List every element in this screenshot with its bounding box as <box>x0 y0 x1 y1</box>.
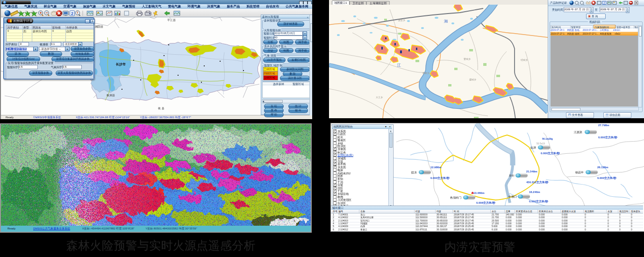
svg-text:0.000立方米/秒: 0.000立方米/秒 <box>597 176 617 180</box>
svg-text:26.126m: 26.126m <box>597 166 608 169</box>
svg-text:霞城乡: 霞城乡 <box>469 78 476 81</box>
svg-text:0.000立方米/秒: 0.000立方米/秒 <box>541 151 560 155</box>
svg-text:临津: 临津 <box>530 146 536 150</box>
svg-text:株洲县: 株洲县 <box>106 94 115 97</box>
svg-text:56.1m29g: 56.1m29g <box>542 137 553 140</box>
svg-text:江: 江 <box>397 63 401 67</box>
svg-text:0.000立方米/秒: 0.000立方米/秒 <box>430 176 450 180</box>
svg-text:?: ? <box>77 11 79 14</box>
svg-text:株树乡: 株树乡 <box>422 71 429 74</box>
svg-text:雷城乡: 雷城乡 <box>464 57 471 60</box>
svg-text:湘阴县: 湘阴县 <box>95 25 103 29</box>
svg-text:申柳口: 申柳口 <box>508 195 517 199</box>
svg-text:平江县: 平江县 <box>167 18 176 21</box>
svg-text:湘: 湘 <box>444 19 448 23</box>
svg-text:0.000立方米/秒: 0.000立方米/秒 <box>529 200 549 203</box>
svg-text:450.312立方米/秒: 450.312立方米/秒 <box>526 180 549 184</box>
svg-text:观音乡: 观音乡 <box>398 19 405 22</box>
svg-text:攸 县: 攸 县 <box>157 107 165 110</box>
svg-text:吊针: 吊针 <box>509 174 515 177</box>
svg-text:21.549m: 21.549m <box>526 170 537 173</box>
svg-text:16.240m: 16.240m <box>529 191 540 193</box>
svg-text:12.980m: 12.980m <box>430 166 442 169</box>
svg-text:各须科门: 各须科门 <box>450 196 461 200</box>
svg-text:27.798m: 27.798m <box>598 124 609 127</box>
svg-text:汪惠渠: 汪惠渠 <box>574 130 582 134</box>
svg-text:长沙市: 长沙市 <box>115 62 126 66</box>
svg-text:0.000立方米/秒: 0.000立方米/秒 <box>598 136 618 139</box>
svg-text:柚花申: 柚花申 <box>575 171 584 174</box>
svg-text:大王乡: 大王乡 <box>376 96 383 99</box>
svg-text:13.460m: 13.460m <box>473 192 485 194</box>
svg-text:2: 2 <box>71 11 73 16</box>
svg-text:50.5x19: 50.5x19 <box>537 142 545 145</box>
svg-text:0.006立方米/秒: 0.006立方米/秒 <box>476 201 496 205</box>
svg-text:2: 2 <box>603 1 605 5</box>
svg-text:结城乡: 结城乡 <box>521 58 528 61</box>
svg-text:犹水: 犹水 <box>411 171 417 174</box>
